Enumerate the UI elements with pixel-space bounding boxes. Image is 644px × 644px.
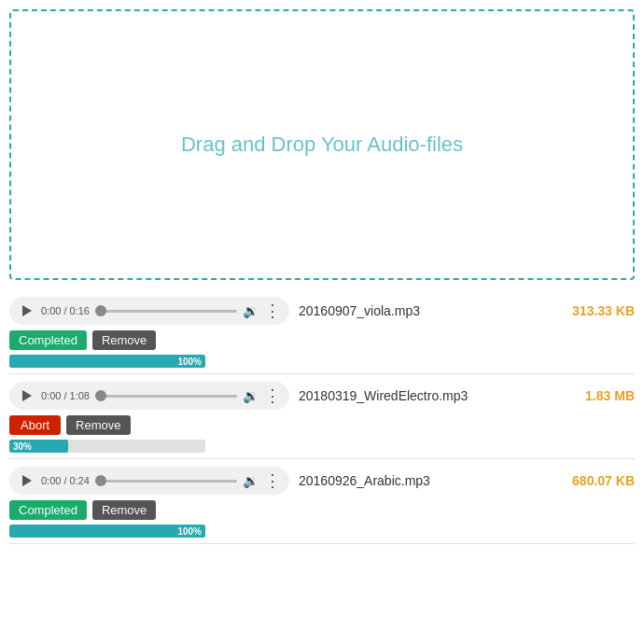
audio-player-1: 0:00 / 0:16 🔉 ⋮	[9, 297, 289, 325]
progress-fill-3: 100%	[9, 525, 205, 538]
play-icon-2	[22, 390, 32, 401]
remove-button-2[interactable]: Remove	[66, 415, 130, 435]
seek-thumb-3[interactable]	[95, 475, 106, 486]
volume-icon-3[interactable]: 🔉	[243, 473, 259, 488]
file-info-2: 20180319_WiredElectro.mp3 1.83 MB	[299, 388, 635, 403]
drop-zone[interactable]: Drag and Drop Your Audio-files	[9, 9, 635, 280]
completed-button-3[interactable]: Completed	[9, 500, 87, 520]
progress-fill-2: 30%	[9, 440, 68, 453]
play-icon-3	[22, 475, 32, 486]
file-item-1: 0:00 / 0:16 🔉 ⋮ 20160907_viola.mp3 313.3…	[9, 289, 635, 374]
progress-container-3: 100%	[9, 525, 205, 538]
audio-player-2: 0:00 / 1:08 🔉 ⋮	[9, 382, 289, 410]
progress-label-3: 100%	[177, 526, 202, 537]
remove-button-3[interactable]: Remove	[92, 500, 156, 520]
file-size-2: 1.83 MB	[585, 388, 635, 403]
menu-dots-1[interactable]: ⋮	[264, 302, 280, 319]
file-row-2: 0:00 / 1:08 🔉 ⋮ 20180319_WiredElectro.mp…	[9, 382, 635, 410]
file-name-row-1: 20160907_viola.mp3 313.33 KB	[299, 303, 635, 318]
seek-thumb-2[interactable]	[95, 390, 106, 401]
status-row-2: Abort Remove	[9, 415, 635, 435]
status-row-3: Completed Remove	[9, 500, 635, 520]
file-name-1: 20160907_viola.mp3	[299, 303, 420, 318]
menu-dots-2[interactable]: ⋮	[264, 387, 280, 404]
progress-label-1: 100%	[177, 357, 202, 367]
file-info-3: 20160926_Arabic.mp3 680.07 KB	[299, 473, 635, 488]
file-name-row-3: 20160926_Arabic.mp3 680.07 KB	[299, 473, 635, 488]
file-row-3: 0:00 / 0:24 🔉 ⋮ 20160926_Arabic.mp3 680.…	[9, 467, 635, 495]
seek-bar-1[interactable]	[95, 310, 237, 313]
file-item-2: 0:00 / 1:08 🔉 ⋮ 20180319_WiredElectro.mp…	[9, 374, 635, 459]
file-name-3: 20160926_Arabic.mp3	[299, 473, 430, 488]
volume-icon-2[interactable]: 🔉	[243, 388, 259, 403]
time-display-1: 0:00 / 0:16	[41, 305, 90, 316]
file-size-3: 680.07 KB	[572, 473, 635, 488]
menu-dots-3[interactable]: ⋮	[264, 472, 280, 489]
progress-container-2: 30%	[9, 440, 205, 453]
progress-container-1: 100%	[9, 355, 205, 368]
volume-icon-1[interactable]: 🔉	[243, 303, 259, 318]
remove-button-1[interactable]: Remove	[92, 330, 156, 350]
file-item-3: 0:00 / 0:24 🔉 ⋮ 20160926_Arabic.mp3 680.…	[9, 459, 635, 544]
abort-button-2[interactable]: Abort	[9, 415, 61, 435]
time-display-2: 0:00 / 1:08	[41, 390, 90, 401]
file-name-row-2: 20180319_WiredElectro.mp3 1.83 MB	[299, 388, 635, 403]
file-list: 0:00 / 0:16 🔉 ⋮ 20160907_viola.mp3 313.3…	[0, 289, 644, 544]
play-button-2[interactable]	[19, 387, 35, 404]
status-row-1: Completed Remove	[9, 330, 635, 350]
seek-bar-3[interactable]	[95, 480, 237, 483]
file-row-1: 0:00 / 0:16 🔉 ⋮ 20160907_viola.mp3 313.3…	[9, 297, 635, 325]
play-button-1[interactable]	[19, 302, 35, 319]
seek-bar-2[interactable]	[95, 395, 237, 398]
completed-button-1[interactable]: Completed	[9, 330, 87, 350]
file-info-1: 20160907_viola.mp3 313.33 KB	[299, 303, 635, 318]
progress-label-2: 30%	[13, 441, 32, 452]
play-icon-1	[22, 305, 32, 316]
file-name-2: 20180319_WiredElectro.mp3	[299, 388, 468, 403]
seek-thumb-1[interactable]	[95, 305, 106, 316]
play-button-3[interactable]	[19, 472, 35, 489]
progress-fill-1: 100%	[9, 355, 205, 368]
time-display-3: 0:00 / 0:24	[41, 475, 90, 486]
file-size-1: 313.33 KB	[572, 303, 635, 318]
drop-zone-text: Drag and Drop Your Audio-files	[181, 133, 463, 157]
audio-player-3: 0:00 / 0:24 🔉 ⋮	[9, 467, 289, 495]
